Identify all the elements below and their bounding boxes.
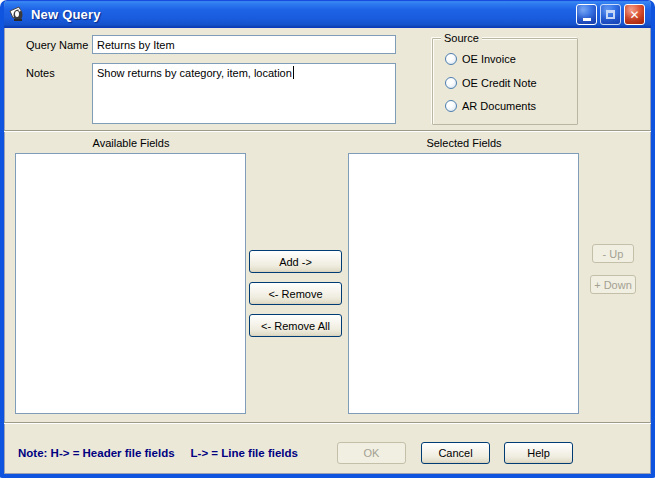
footer-note: Note: H-> = Header file fieldsL-> = Line… xyxy=(18,447,298,459)
available-fields-label: Available Fields xyxy=(15,137,247,149)
move-up-button[interactable]: - Up xyxy=(592,244,634,263)
query-name-input[interactable] xyxy=(92,35,396,54)
maximize-button[interactable] xyxy=(600,4,621,25)
notes-text: Show returns by category, item, location xyxy=(97,67,292,79)
maximize-icon xyxy=(606,10,615,19)
titlebar: New Query ✕ xyxy=(0,0,655,28)
close-button[interactable]: ✕ xyxy=(624,4,645,25)
footer-divider xyxy=(4,422,651,424)
window-title: New Query xyxy=(31,7,101,22)
radio-label: OE Invoice xyxy=(462,53,516,65)
radio-ar-documents[interactable]: AR Documents xyxy=(445,100,536,112)
minimize-icon xyxy=(583,18,591,21)
minimize-button[interactable] xyxy=(576,4,597,25)
selected-fields-list[interactable] xyxy=(348,153,579,414)
add-button[interactable]: Add -> xyxy=(249,250,342,273)
new-query-dialog: New Query ✕ Query Name Notes Show return… xyxy=(0,0,655,478)
selected-fields-label: Selected Fields xyxy=(348,137,580,149)
move-down-button[interactable]: + Down xyxy=(590,275,636,294)
notes-input[interactable]: Show returns by category, item, location xyxy=(92,63,396,124)
query-name-label: Query Name xyxy=(26,39,88,51)
app-icon xyxy=(7,5,25,23)
radio-label: OE Credit Note xyxy=(462,77,537,89)
help-button[interactable]: Help xyxy=(504,442,573,464)
radio-button-icon xyxy=(445,53,457,65)
line-fields-note: L-> = Line file fields xyxy=(191,447,298,459)
radio-label: AR Documents xyxy=(462,100,536,112)
close-icon: ✕ xyxy=(629,8,639,22)
source-group-label: Source xyxy=(441,32,482,44)
remove-button[interactable]: <- Remove xyxy=(249,282,342,305)
radio-oe-invoice[interactable]: OE Invoice xyxy=(445,53,516,65)
notes-label: Notes xyxy=(26,67,55,79)
radio-button-icon xyxy=(445,77,457,89)
radio-button-icon xyxy=(445,100,457,112)
available-fields-list[interactable] xyxy=(15,153,246,414)
text-caret xyxy=(293,66,294,79)
section-divider xyxy=(4,130,651,132)
ok-button[interactable]: OK xyxy=(337,442,406,464)
remove-all-button[interactable]: <- Remove All xyxy=(249,314,342,337)
source-groupbox: Source OE Invoice OE Credit Note AR Docu… xyxy=(432,38,578,125)
radio-oe-credit-note[interactable]: OE Credit Note xyxy=(445,77,537,89)
cancel-button[interactable]: Cancel xyxy=(421,442,490,464)
header-fields-note: Note: H-> = Header file fields xyxy=(18,447,175,459)
